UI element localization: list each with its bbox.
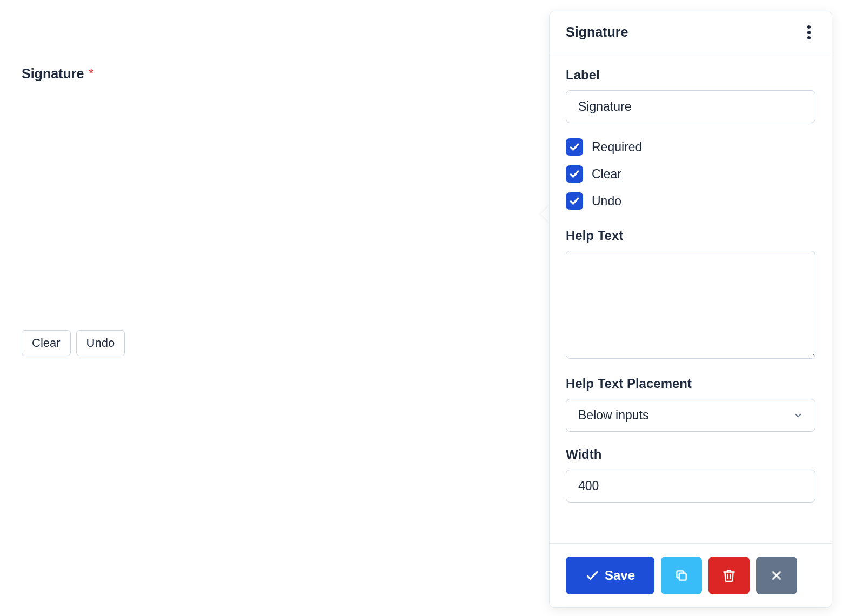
svg-rect-0 <box>679 573 686 580</box>
check-icon <box>569 142 580 152</box>
help-placement-select[interactable]: Below inputs <box>566 399 815 432</box>
width-input[interactable] <box>566 470 815 503</box>
width-group: Width <box>566 447 815 503</box>
chevron-down-icon <box>793 411 803 420</box>
trash-icon <box>722 568 736 582</box>
field-label-row: Signature * <box>22 66 125 82</box>
help-text-heading: Help Text <box>566 228 815 243</box>
duplicate-button[interactable] <box>661 557 702 594</box>
save-button-label: Save <box>605 568 635 583</box>
undo-checkbox-label: Undo <box>592 194 621 209</box>
preview-button-row: Clear Undo <box>22 330 125 356</box>
close-button[interactable] <box>756 557 797 594</box>
help-placement-group: Help Text Placement Below inputs <box>566 376 815 432</box>
panel-body[interactable]: Label Required Clear Undo <box>550 53 832 543</box>
save-button[interactable]: Save <box>566 557 654 594</box>
checkbox-group: Required Clear Undo <box>566 138 815 210</box>
close-icon <box>770 568 784 582</box>
signature-preview: Signature * Clear Undo <box>22 66 125 356</box>
undo-checkbox-row: Undo <box>566 192 815 210</box>
help-text-textarea[interactable] <box>566 251 815 359</box>
label-field-group: Label <box>566 68 815 123</box>
required-checkbox[interactable] <box>566 138 583 156</box>
clear-button[interactable]: Clear <box>22 330 71 356</box>
width-heading: Width <box>566 447 815 462</box>
preview-field-label: Signature <box>22 66 84 82</box>
label-heading: Label <box>566 68 815 83</box>
undo-button[interactable]: Undo <box>76 330 125 356</box>
help-text-group: Help Text <box>566 228 815 361</box>
panel-header: Signature <box>550 11 832 53</box>
check-icon <box>569 196 580 206</box>
check-icon <box>569 169 580 179</box>
panel-pointer-arrow <box>541 205 550 223</box>
clear-checkbox-row: Clear <box>566 165 815 183</box>
help-placement-value: Below inputs <box>578 408 648 423</box>
required-asterisk: * <box>89 66 94 81</box>
panel-title: Signature <box>566 24 628 40</box>
clear-checkbox[interactable] <box>566 165 583 183</box>
required-checkbox-row: Required <box>566 138 815 156</box>
help-placement-heading: Help Text Placement <box>566 376 815 391</box>
copy-icon <box>674 568 688 582</box>
delete-button[interactable] <box>708 557 750 594</box>
kebab-menu-icon[interactable] <box>802 25 815 40</box>
panel-footer: Save <box>550 543 832 607</box>
check-icon <box>585 568 599 582</box>
label-input[interactable] <box>566 90 815 123</box>
required-checkbox-label: Required <box>592 140 642 155</box>
settings-panel: Signature Label Required Clear <box>549 11 832 608</box>
undo-checkbox[interactable] <box>566 192 583 210</box>
clear-checkbox-label: Clear <box>592 167 621 182</box>
